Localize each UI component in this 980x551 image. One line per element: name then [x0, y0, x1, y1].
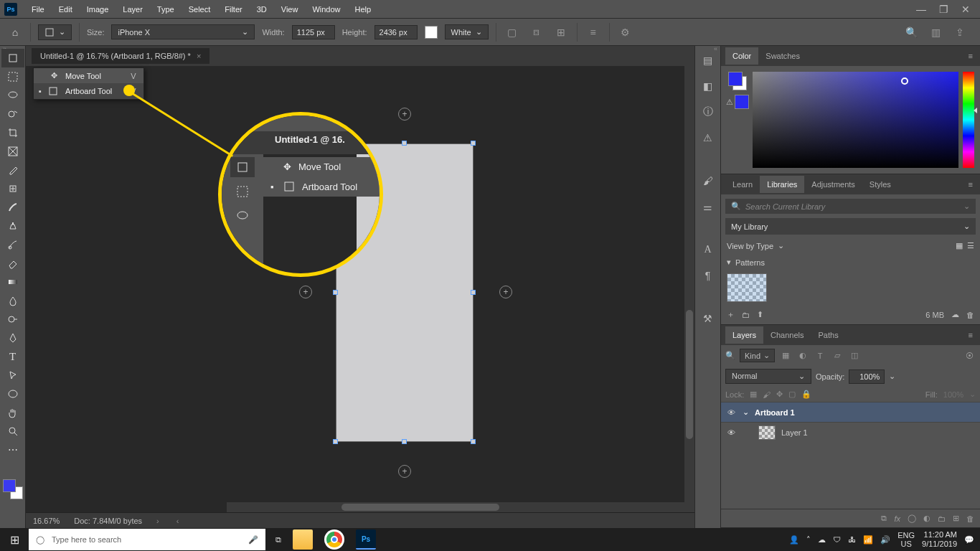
flyout-move-tool[interactable]: ✥ Move Tool V	[34, 68, 143, 83]
add-artboard-bottom[interactable]: +	[398, 465, 411, 478]
clone-stamp-tool[interactable]	[1, 217, 24, 235]
menu-type[interactable]: Type	[150, 5, 182, 14]
handle-n[interactable]	[402, 141, 407, 146]
security-icon[interactable]: 🛡	[833, 535, 841, 544]
tab-paths[interactable]: Paths	[811, 326, 846, 344]
gamut-warning-icon[interactable]: ⚠	[726, 98, 733, 107]
foreground-color[interactable]	[3, 479, 16, 492]
notifications-icon[interactable]: 💬	[964, 535, 974, 545]
group-icon[interactable]: 🗀	[938, 514, 946, 523]
maximize-icon[interactable]: ❐	[939, 4, 948, 15]
system-clock[interactable]: 11:20 AM9/11/2019	[922, 530, 957, 549]
menu-layer[interactable]: Layer	[116, 5, 150, 14]
info-panel-icon[interactable]: ⓘ	[699, 103, 717, 121]
taskbar-photoshop[interactable]: Ps	[356, 529, 376, 550]
volume-icon[interactable]: 🔊	[880, 535, 890, 545]
lock-position-icon[interactable]: ✥	[776, 390, 783, 399]
align-icon[interactable]: ≡	[585, 24, 602, 41]
view-by-label[interactable]: View by Type	[727, 242, 773, 250]
frame-tool[interactable]	[1, 142, 24, 161]
status-chevron-icon[interactable]: ›	[156, 517, 159, 525]
gamut-swatch[interactable]	[735, 95, 749, 109]
zoom-level[interactable]: 16.67%	[33, 517, 60, 525]
upload-icon[interactable]: ⬆	[757, 310, 763, 319]
network-icon[interactable]: 🖧	[848, 535, 856, 544]
trash-icon[interactable]: 🗑	[966, 311, 974, 319]
gradient-tool[interactable]	[1, 273, 24, 291]
hue-slider[interactable]	[963, 72, 974, 168]
tab-libraries[interactable]: Libraries	[760, 176, 804, 193]
cloud-icon[interactable]: ☁	[951, 310, 959, 319]
fill-input[interactable]: 100%	[943, 390, 963, 399]
history-brush-tool[interactable]	[1, 235, 24, 254]
search-icon[interactable]: 🔍	[903, 24, 920, 41]
taskbar-explorer[interactable]	[293, 529, 313, 550]
width-input[interactable]: 1125 px	[292, 25, 335, 39]
visibility-icon[interactable]: 👁	[725, 408, 737, 417]
tab-adjustments[interactable]: Adjustments	[804, 176, 862, 193]
eraser-tool[interactable]	[1, 254, 24, 273]
blend-mode-dropdown[interactable]: Normal⌄	[725, 369, 811, 384]
healing-tool[interactable]	[1, 179, 24, 198]
grid-view-icon[interactable]: ▦	[956, 241, 963, 250]
layer-mask-icon[interactable]: ◯	[908, 514, 916, 523]
brushes-panel-icon[interactable]: 🖌	[699, 172, 717, 189]
marquee-tool[interactable]	[1, 67, 24, 86]
add-asset-icon[interactable]: ＋	[727, 309, 735, 320]
add-artboard-icon[interactable]: ⊞	[552, 24, 570, 41]
library-search[interactable]: 🔍 Search Current Library ⌄	[725, 199, 976, 214]
task-view-icon[interactable]: ⧉	[275, 535, 281, 545]
history-panel-icon[interactable]: ▤	[699, 52, 717, 69]
artboard-tool-preset[interactable]: ⌄	[38, 24, 72, 40]
patterns-section[interactable]: ▾Patterns	[721, 254, 980, 270]
size-dropdown[interactable]: iPhone X⌄	[111, 24, 255, 39]
close-icon[interactable]: ✕	[961, 4, 970, 15]
document-tab[interactable]: Untitled-1 @ 16.7% (Artboard 1, RGB/8#) …	[32, 48, 209, 64]
hand-tool[interactable]	[1, 403, 24, 422]
layer-fx-icon[interactable]: fx	[894, 514, 900, 523]
handle-s[interactable]	[402, 439, 407, 444]
crop-tool[interactable]	[1, 123, 24, 142]
library-selector[interactable]: My Library⌄	[725, 218, 976, 235]
menu-window[interactable]: Window	[305, 5, 347, 14]
filter-shape-icon[interactable]: ▱	[831, 351, 844, 360]
menu-view[interactable]: View	[274, 5, 306, 14]
close-tab-icon[interactable]: ×	[197, 52, 201, 60]
zoom-tool[interactable]	[1, 422, 24, 441]
menu-image[interactable]: Image	[80, 5, 116, 14]
properties-panel-icon[interactable]: ◧	[699, 77, 717, 95]
doc-info[interactable]: Doc: 7.84M/0 bytes	[74, 517, 142, 525]
layer-layer-1[interactable]: 👁 Layer 1	[721, 422, 980, 442]
tab-styles[interactable]: Styles	[862, 176, 898, 193]
opacity-input[interactable]: 100%	[849, 369, 885, 384]
language-indicator[interactable]: ENGUS	[897, 531, 915, 548]
panel-menu-icon[interactable]: ≡	[966, 52, 976, 60]
tab-channels[interactable]: Channels	[763, 326, 811, 344]
add-artboard-left[interactable]: +	[299, 286, 312, 298]
visibility-icon[interactable]: 👁	[725, 428, 737, 437]
people-icon[interactable]: 👤	[789, 535, 799, 545]
tray-chevron-icon[interactable]: ˄	[806, 535, 811, 545]
delete-layer-icon[interactable]: 🗑	[966, 514, 974, 523]
workspace-icon[interactable]: ▥	[927, 24, 944, 41]
paragraph-panel-icon[interactable]: ¶	[699, 267, 717, 284]
mic-icon[interactable]: 🎤	[248, 535, 258, 545]
handle-sw[interactable]	[333, 439, 338, 444]
filter-type-icon[interactable]: T	[814, 352, 826, 360]
edit-toolbar[interactable]: ⋯	[1, 441, 24, 459]
menu-help[interactable]: Help	[348, 5, 379, 14]
filter-pixel-icon[interactable]: ▦	[779, 351, 792, 360]
fg-swatch[interactable]	[728, 72, 743, 86]
menu-select[interactable]: Select	[182, 5, 218, 14]
guide-icon[interactable]: ▢	[504, 24, 521, 41]
height-input[interactable]: 2436 px	[374, 25, 418, 39]
shape-tool[interactable]	[1, 385, 24, 403]
filter-search-icon[interactable]: 🔍	[725, 351, 735, 360]
pen-tool[interactable]	[1, 329, 24, 347]
taskbar-chrome[interactable]	[324, 529, 344, 550]
gear-icon[interactable]: ⚙	[617, 24, 634, 41]
onedrive-icon[interactable]: ☁	[818, 535, 826, 545]
color-swatches[interactable]	[3, 479, 23, 499]
add-artboard-top[interactable]: +	[398, 108, 411, 121]
layer-artboard-1[interactable]: 👁 ⌄ Artboard 1	[721, 402, 980, 422]
